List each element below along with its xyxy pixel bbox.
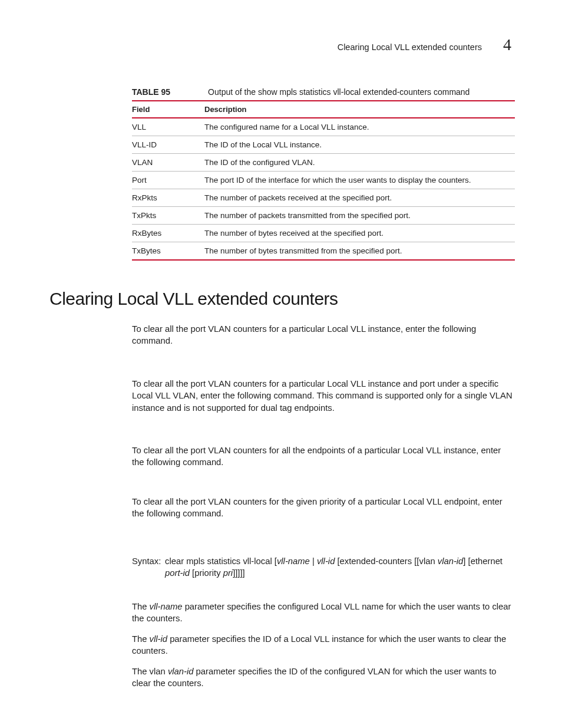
running-header-title: Clearing Local VLL extended counters — [338, 42, 482, 52]
paragraph: To clear all the port VLAN counters for … — [132, 496, 513, 520]
table-row: VLL-IDThe ID of the Local VLL instance. — [132, 136, 515, 154]
cell-field: RxBytes — [132, 225, 204, 242]
cell-desc: The number of bytes transmitted from the… — [204, 242, 515, 261]
param-var: vll-id — [150, 634, 167, 644]
cell-desc: The ID of the configured VLAN. — [204, 154, 515, 172]
syntax-text: clear mpls statistics vll-local [ — [165, 556, 277, 566]
syntax-var: vll-id — [317, 556, 335, 566]
table-label: TABLE 95 — [132, 87, 170, 97]
section-body: To clear all the port VLAN counters for … — [132, 323, 513, 690]
col-header-description: Description — [204, 101, 515, 118]
syntax-text: ] [ethernet — [463, 556, 503, 566]
text: The — [132, 634, 150, 644]
syntax-var: pri — [223, 568, 233, 578]
cell-desc: The number of packets received at the sp… — [204, 189, 515, 207]
page: Clearing Local VLL extended counters 4 T… — [0, 0, 562, 728]
text: parameter specifies the configured Local… — [132, 602, 511, 623]
paragraph: The vll-id parameter specifies the ID of… — [132, 633, 513, 657]
table-header-row: Field Description — [132, 101, 515, 118]
cell-desc: The number of bytes received at the spec… — [204, 225, 515, 242]
syntax-text: [priority — [190, 568, 223, 578]
table-row: TxPktsThe number of packets transmitted … — [132, 207, 515, 225]
paragraph: To clear all the port VLAN counters for … — [132, 444, 513, 469]
cell-field: VLAN — [132, 154, 204, 172]
syntax-text: | — [310, 556, 317, 566]
param-var: vlan-id — [168, 667, 194, 676]
cell-field: VLL — [132, 118, 204, 136]
syntax-text: [extended-counters [[vlan — [335, 556, 437, 566]
text: The — [132, 602, 150, 611]
paragraph: The vlan vlan-id parameter specifies the… — [132, 666, 513, 690]
table-row: VLLThe configured name for a Local VLL i… — [132, 118, 515, 136]
syntax-label: Syntax: — [132, 555, 165, 579]
cell-field: TxPkts — [132, 207, 204, 225]
cell-field: Port — [132, 172, 204, 189]
table-caption-text: Output of the show mpls statistics vll-l… — [208, 87, 470, 97]
syntax-var: vlan-id — [438, 556, 464, 566]
syntax-var: port-id — [165, 568, 190, 578]
cell-desc: The number of packets transmitted from t… — [204, 207, 515, 225]
syntax-var: vll-name — [277, 556, 310, 566]
table-row: PortThe port ID of the interface for whi… — [132, 172, 515, 189]
param-var: vll-name — [150, 602, 183, 611]
cell-field: RxPkts — [132, 189, 204, 207]
cell-desc: The configured name for a Local VLL inst… — [204, 118, 515, 136]
syntax-line: Syntax: clear mpls statistics vll-local … — [132, 555, 513, 579]
cell-field: VLL-ID — [132, 136, 204, 154]
text: The vlan — [132, 667, 168, 676]
table-block: TABLE 95 Output of the show mpls statist… — [132, 87, 513, 261]
table-row: VLANThe ID of the configured VLAN. — [132, 154, 515, 172]
paragraph: To clear all the port VLAN counters for … — [132, 323, 513, 347]
cell-field: TxBytes — [132, 242, 204, 261]
cell-desc: The ID of the Local VLL instance. — [204, 136, 515, 154]
table-caption: TABLE 95 Output of the show mpls statist… — [132, 87, 513, 97]
table-row: TxBytesThe number of bytes transmitted f… — [132, 242, 515, 261]
col-header-field: Field — [132, 101, 204, 118]
syntax-body: clear mpls statistics vll-local [vll-nam… — [165, 555, 513, 579]
paragraph: The vll-name parameter specifies the con… — [132, 601, 513, 625]
paragraph: To clear all the port VLAN counters for … — [132, 378, 513, 414]
syntax-text: ]]]]] — [233, 568, 245, 578]
text: parameter specifies the ID of a Local VL… — [132, 634, 506, 655]
table-row: RxBytesThe number of bytes received at t… — [132, 225, 515, 242]
table-row: RxPktsThe number of packets received at … — [132, 189, 515, 207]
section-heading: Clearing Local VLL extended counters — [49, 289, 513, 309]
output-fields-table: Field Description VLLThe configured name… — [132, 100, 515, 261]
chapter-number: 4 — [503, 35, 511, 54]
cell-desc: The port ID of the interface for which t… — [204, 172, 515, 189]
running-header: Clearing Local VLL extended counters 4 — [49, 35, 513, 54]
